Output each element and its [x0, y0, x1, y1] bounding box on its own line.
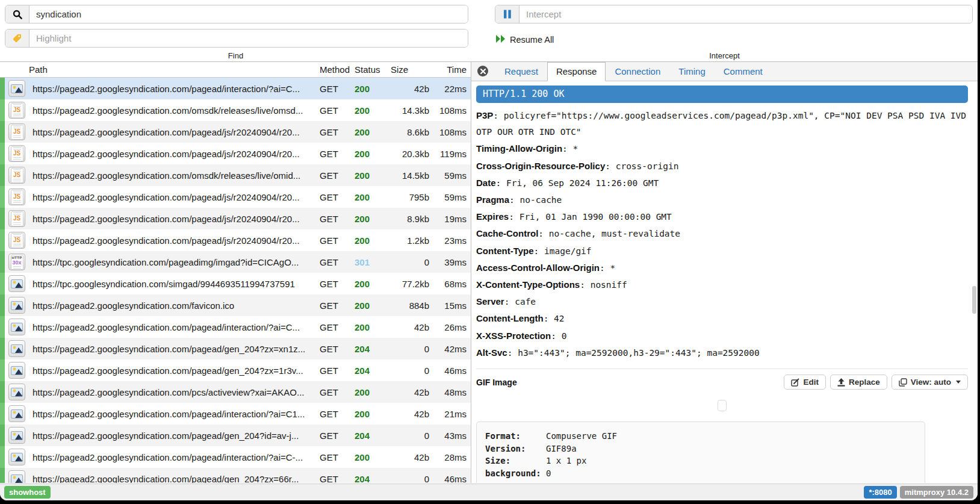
column-header-time[interactable]: Time [435, 64, 471, 75]
tab-timing[interactable]: Timing [669, 62, 714, 81]
flow-path: https://pagead2.googlesyndication.com/pa… [29, 127, 320, 137]
flow-marker [0, 78, 5, 99]
image-icon [11, 431, 23, 440]
flow-status: 204 [355, 366, 391, 376]
resume-all-label: Resume All [510, 35, 554, 45]
find-panel-label: Find [0, 51, 471, 60]
format-label: Version: [485, 443, 546, 455]
flow-row[interactable]: JS HTTP30x https://tpc.googlesyndication… [0, 273, 471, 294]
flow-marker [0, 273, 5, 294]
highlight-input-group [5, 29, 468, 48]
column-header-status[interactable]: Status [355, 64, 391, 75]
header-name: Expires [476, 211, 509, 222]
tab-response[interactable]: Response [547, 62, 606, 81]
flow-method: GET [320, 409, 355, 419]
flow-method: GET [320, 474, 355, 484]
flow-row[interactable]: JS HTTP30x https://pagead2.googlesyndica… [0, 359, 471, 381]
flow-row[interactable]: JS HTTP30x https://pagead2.googlesyndica… [0, 164, 471, 186]
flow-row[interactable]: JS HTTP30x https://pagead2.googlesyndica… [0, 316, 471, 338]
format-info-line: Format:Compuserve GIF [485, 430, 925, 443]
content-view-title: GIF Image [476, 378, 517, 387]
flow-marker [0, 468, 5, 483]
response-header-line: Content-Type: image/gif [476, 243, 968, 260]
flow-time: 21ms [435, 409, 471, 419]
response-header-line: Pragma: no-cache [476, 191, 968, 208]
column-header-method[interactable]: Method [320, 64, 355, 75]
header-value: : 42 [544, 314, 565, 323]
flow-time: 108ms [435, 105, 471, 116]
flow-size: 14.3kb [391, 105, 435, 116]
flow-row[interactable]: JS HTTP30x https://pagead2.googlesyndica… [0, 78, 471, 99]
replace-button[interactable]: Replace [830, 375, 887, 390]
image-icon [11, 409, 23, 418]
flow-path: https://pagead2.googlesyndication.com/pa… [29, 452, 320, 462]
flow-time: 39ms [435, 257, 471, 267]
tab-comment[interactable]: Comment [715, 62, 772, 81]
flow-time: 28ms [435, 452, 471, 462]
header-name: Date [476, 178, 496, 188]
flow-path: https://pagead2.googlesyndication.com/pa… [29, 409, 320, 419]
format-info-line: Version:GIF89a [485, 443, 925, 455]
flow-path: https://pagead2.googlesyndication.com/fa… [29, 300, 320, 311]
flow-status: 200 [355, 127, 391, 137]
flow-marker [0, 186, 5, 208]
flow-row[interactable]: JS HTTP30x https://pagead2.googlesyndica… [0, 186, 471, 208]
flow-marker [0, 425, 5, 446]
header-name: Content-Length [476, 313, 544, 323]
close-icon[interactable] [477, 66, 488, 76]
response-header-line: Access-Control-Allow-Origin: * [476, 260, 968, 276]
flow-time: 108ms [435, 127, 471, 137]
flow-row[interactable]: JS HTTP30x https://pagead2.googlesyndica… [0, 143, 471, 164]
header-value: : image/gif [534, 246, 592, 256]
header-value: : cross-origin [605, 161, 678, 171]
header-name: X-XSS-Protection [476, 331, 551, 341]
flow-row[interactable]: JS HTTP30x https://pagead2.googlesyndica… [0, 381, 471, 403]
image-format-box: Format:Compuserve GIF Version:GIF89a Siz… [476, 422, 925, 483]
response-header-line: Cross-Origin-Resource-Policy: cross-orig… [476, 158, 968, 175]
flow-row[interactable]: JS HTTP30x https://pagead2.googlesyndica… [0, 425, 471, 446]
highlight-input[interactable] [29, 30, 468, 47]
flow-row[interactable]: JS HTTP30x https://pagead2.googlesyndica… [0, 338, 471, 359]
flow-status: 200 [355, 192, 391, 202]
flow-time: 59ms [435, 170, 471, 181]
flow-method: GET [320, 192, 355, 202]
flow-status: 200 [355, 105, 391, 116]
flow-size: 42b [391, 84, 435, 94]
flow-status: 200 [355, 387, 391, 397]
flow-row[interactable]: JS HTTP30x https://pagead2.googlesyndica… [0, 121, 471, 143]
flow-size: 0 [391, 257, 435, 267]
scrollbar-thumb[interactable] [972, 286, 976, 314]
flow-detail-panel: RequestResponseConnectionTimingComment H… [471, 62, 978, 483]
column-header-size[interactable]: Size [391, 64, 435, 75]
flow-method: GET [320, 366, 355, 376]
edit-button[interactable]: Edit [784, 375, 826, 390]
view-mode-button[interactable]: View: auto [892, 375, 968, 390]
flow-row[interactable]: JS HTTP30x https://pagead2.googlesyndica… [0, 229, 471, 251]
flow-method: GET [320, 149, 355, 159]
flow-row[interactable]: JS HTTP30x https://pagead2.googlesyndica… [0, 99, 471, 121]
flow-row[interactable]: JS HTTP30x https://pagead2.googlesyndica… [0, 208, 471, 229]
flow-marker [0, 359, 5, 381]
flow-row[interactable]: JS HTTP30x https://pagead2.googlesyndica… [0, 403, 471, 425]
flow-row[interactable]: JS HTTP30x https://pagead2.googlesyndica… [0, 446, 471, 468]
search-input[interactable] [29, 5, 468, 23]
tab-request[interactable]: Request [495, 62, 547, 81]
flow-marker [0, 403, 5, 425]
flow-status: 204 [355, 344, 391, 354]
flow-row[interactable]: JS HTTP30x https://tpc.googlesyndication… [0, 251, 471, 273]
response-header-line: Timing-Allow-Origin: * [476, 140, 968, 157]
flow-size: 795b [391, 192, 435, 202]
flow-row[interactable]: JS HTTP30x https://pagead2.googlesyndica… [0, 294, 471, 316]
header-value: : nosniff [580, 280, 627, 290]
image-icon [11, 301, 23, 310]
flow-row[interactable]: JS HTTP30x https://pagead2.googlesyndica… [0, 468, 471, 483]
highlight-tag-icon [5, 30, 29, 47]
resume-all-button[interactable]: Resume All [496, 35, 554, 45]
column-header-path[interactable]: Path [29, 64, 320, 75]
js-file-icon: JS [11, 168, 23, 183]
upload-icon [837, 378, 845, 387]
format-label: Format: [485, 430, 546, 443]
tab-connection[interactable]: Connection [606, 62, 669, 81]
http-redirect-icon: HTTP30x [11, 255, 23, 270]
intercept-input[interactable] [519, 5, 972, 23]
